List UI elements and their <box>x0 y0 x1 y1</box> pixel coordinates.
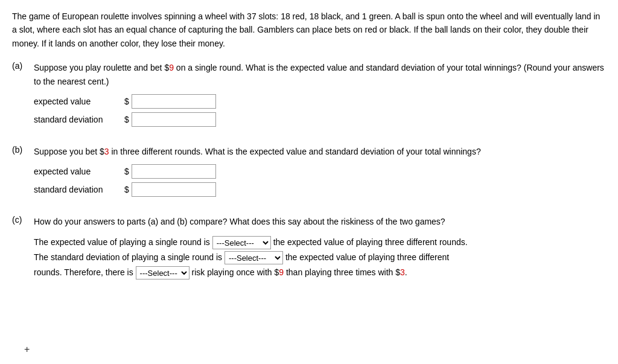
part-b-sd-row: standard deviation $ <box>34 182 606 197</box>
part-a-label: (a) <box>12 61 34 71</box>
part-c-line3-after: than playing three times with $ <box>284 267 400 277</box>
part-a-ev-dollar: $ <box>124 97 129 106</box>
part-c-select2[interactable]: ---Select--- equal to greater than less … <box>225 251 283 264</box>
part-c-line3-before2: risk playing once with $ <box>192 267 279 277</box>
part-b-sd-input[interactable] <box>132 182 216 197</box>
part-b-section: (b) Suppose you bet $3 in three differen… <box>12 145 606 200</box>
part-b-ev-row: expected value $ <box>34 164 606 179</box>
part-a-ev-input[interactable] <box>132 94 216 109</box>
part-a-text: Suppose you play roulette and bet $9 on … <box>34 61 606 88</box>
part-c-line1-before: The expected value of playing a single r… <box>34 237 210 247</box>
part-b-amount: 3 <box>104 147 109 156</box>
part-c-question: How do your answers to parts (a) and (b)… <box>34 215 606 228</box>
part-b-text: Suppose you bet $3 in three different ro… <box>34 145 606 158</box>
part-c-period: . <box>405 267 407 277</box>
part-c-answers: The expected value of playing a single r… <box>34 235 606 281</box>
intro-paragraph: The game of European roulette involves s… <box>12 10 606 50</box>
part-a-ev-label: expected value <box>34 97 124 106</box>
part-a-sd-input[interactable] <box>132 112 216 127</box>
part-c-amount2: 3 <box>400 267 405 277</box>
part-c-select1[interactable]: ---Select--- equal to greater than less … <box>212 236 271 249</box>
part-c-line1-after-text: the expected value of playing three diff… <box>273 237 468 247</box>
part-b-sd-label: standard deviation <box>34 185 124 194</box>
part-a-section: (a) Suppose you play roulette and bet $9… <box>12 61 606 130</box>
part-c-select3[interactable]: ---Select--- more less the same <box>136 266 190 279</box>
part-c-amount1: 9 <box>279 267 284 277</box>
part-a-sd-row: standard deviation $ <box>34 112 606 127</box>
part-c-section: (c) How do your answers to parts (a) and… <box>12 215 606 280</box>
part-b-sd-dollar: $ <box>124 185 129 194</box>
part-b-label: (b) <box>12 145 34 155</box>
part-a-amount: 9 <box>169 63 174 72</box>
part-c-label: (c) <box>12 215 34 225</box>
part-a-sd-dollar: $ <box>124 115 129 124</box>
part-c-line3-before: rounds. Therefore, there is <box>34 267 133 277</box>
part-c-line2-after-text: the expected value of playing three diff… <box>285 252 449 262</box>
part-b-ev-dollar: $ <box>124 167 129 176</box>
part-b-ev-input[interactable] <box>132 164 216 179</box>
plus-sign: + <box>24 344 30 355</box>
part-a-ev-row: expected value $ <box>34 94 606 109</box>
part-c-line2-before: The standard deviation of playing a sing… <box>34 252 222 262</box>
part-b-ev-label: expected value <box>34 167 124 176</box>
part-a-sd-label: standard deviation <box>34 115 124 124</box>
